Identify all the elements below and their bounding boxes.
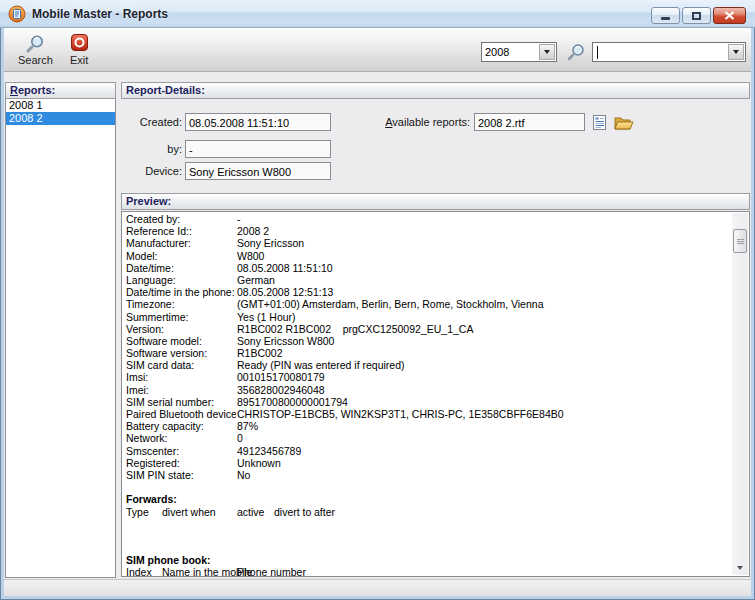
preview-row-value: 0 xyxy=(237,432,245,444)
preview-row-value: Yes (1 Hour) xyxy=(237,311,298,323)
search-icon xyxy=(25,34,45,54)
preview-row-label: Date/time in the phone: xyxy=(126,286,235,298)
preview-row: Imei:356828002946048 xyxy=(122,384,732,396)
preview-column-header: after xyxy=(314,506,335,518)
close-button[interactable] xyxy=(713,7,746,24)
preview-row: Date/time in the phone:08.05.2008 12:51:… xyxy=(122,286,732,298)
status-bar xyxy=(4,579,751,596)
year-combo-value: 2008 xyxy=(485,44,538,60)
preview-row-label: Created by: xyxy=(126,213,180,225)
maximize-button[interactable] xyxy=(682,7,711,24)
preview-row: Version:R1BC002 R1BC002 prgCXC1250092_EU… xyxy=(122,323,732,335)
preview-row-label: Battery capacity: xyxy=(126,420,204,432)
window-title: Mobile Master - Reports xyxy=(32,7,168,21)
preview-row-label: Timezone: xyxy=(126,298,175,310)
window-controls xyxy=(651,7,746,24)
preview-column-header-row: IndexName in the mobilePhone number xyxy=(122,566,732,576)
preview-row-value: CHRISTOP-E1BCB5, WIN2KSP3T1, CHRIS-PC, 1… xyxy=(237,408,566,420)
preview-column-header: Type xyxy=(126,506,149,518)
preview-row-label: Network: xyxy=(126,432,167,444)
available-label-text: vailable reports: xyxy=(392,116,470,128)
year-combobox[interactable]: 2008 xyxy=(481,42,557,62)
preview-row: Summertime:Yes (1 Hour) xyxy=(122,311,732,323)
preview-row-label: Software model: xyxy=(126,335,202,347)
created-field[interactable]: 08.05.2008 11:51:10 xyxy=(185,113,331,131)
search-button[interactable]: Search xyxy=(12,31,59,69)
preview-section-title: SIM phone book: xyxy=(122,554,732,566)
preview-row-value: Ready (PIN was entered if required) xyxy=(237,359,407,371)
preview-row: Smscenter:49123456789 xyxy=(122,445,732,457)
preview-row: SIM PIN state:No xyxy=(122,469,732,481)
preview-row: Software version:R1BC002 xyxy=(122,347,732,359)
exit-button[interactable]: Exit xyxy=(64,31,94,69)
preview-row xyxy=(122,542,732,554)
preview-row: Network:0 xyxy=(122,432,732,444)
preview-row-value: 08.05.2008 11:51:10 xyxy=(237,262,335,274)
preview-row-value: (GMT+01:00) Amsterdam, Berlin, Bern, Rom… xyxy=(237,298,545,310)
device-label: Device: xyxy=(102,162,182,180)
scroll-up-button[interactable] xyxy=(732,213,748,228)
preview-row: Imsi:001015170080179 xyxy=(122,371,732,383)
maximize-icon xyxy=(692,12,701,20)
scroll-down-button[interactable] xyxy=(732,560,748,575)
preview-row-label: Paired Bluetooth devices: xyxy=(126,408,236,420)
report-list-item[interactable]: 2008 1 xyxy=(6,99,115,112)
year-combo-dropdown-button[interactable] xyxy=(539,44,555,60)
preview-row-label: Reference Id:: xyxy=(126,225,192,237)
preview-section-title: Forwards: xyxy=(122,493,732,505)
device-field[interactable]: Sony Ericsson W800 xyxy=(185,162,331,180)
scrollbar-thumb[interactable] xyxy=(733,229,747,253)
reports-list[interactable]: 2008 12008 2 xyxy=(5,99,116,578)
preview-row-label: SIM serial number: xyxy=(126,396,214,408)
preview-row-label: Summertime: xyxy=(126,311,188,323)
by-field[interactable]: - xyxy=(185,140,331,158)
preview-row: Reference Id::2008 2 xyxy=(122,225,732,237)
preview-row-label: Imei: xyxy=(126,384,149,396)
preview-row: Registered:Unknown xyxy=(122,457,732,469)
preview-row-label: Date/time: xyxy=(126,262,174,274)
preview-row: SIM serial number:8951700800000001794 xyxy=(122,396,732,408)
available-reports-field[interactable]: 2008 2.rtf xyxy=(474,113,585,131)
exit-icon xyxy=(71,34,88,51)
preview-row-label: SIM phone book: xyxy=(126,554,211,566)
open-folder-icon xyxy=(613,115,634,131)
vertical-scrollbar[interactable] xyxy=(732,213,748,575)
toolbar: Search Exit 2008 xyxy=(4,28,751,72)
preview-row xyxy=(122,530,732,542)
preview-row xyxy=(122,518,732,530)
preview-row: Battery capacity:87% xyxy=(122,420,732,432)
filter-combo-dropdown-button[interactable] xyxy=(728,44,744,60)
preview-row-label: Imsi: xyxy=(126,371,148,383)
preview-row-label: Version: xyxy=(126,323,164,335)
preview-row-value: German xyxy=(237,274,277,286)
preview-row-value: No xyxy=(237,469,252,481)
filter-combobox[interactable] xyxy=(592,42,746,62)
thumb-grip xyxy=(737,239,744,240)
preview-column-header: Phone number xyxy=(237,566,306,576)
filter-combo-value xyxy=(596,44,727,60)
app-window: Mobile Master - Reports Search xyxy=(0,0,755,600)
search-label: Search xyxy=(18,55,53,66)
preview-row-value: - xyxy=(237,213,243,225)
preview-text: Created by:-Reference Id::2008 2Manufact… xyxy=(122,213,732,576)
preview-row: Timezone:(GMT+01:00) Amsterdam, Berlin, … xyxy=(122,298,732,310)
filter-search-icon xyxy=(566,43,586,61)
preview-row-value: Unknown xyxy=(237,457,283,469)
reports-panel-header: Reports: xyxy=(5,82,116,99)
preview-row: Model:W800 xyxy=(122,250,732,262)
preview-row-label: Smscenter: xyxy=(126,445,179,457)
triangle-down-icon xyxy=(737,566,743,570)
preview-row-label: Forwards: xyxy=(126,493,177,505)
preview-row-label: Model: xyxy=(126,250,158,262)
preview-row-value: Sony Ericsson xyxy=(237,237,306,249)
minimize-icon xyxy=(661,17,670,20)
minimize-button[interactable] xyxy=(651,7,680,24)
preview-row-value: Sony Ericsson W800 xyxy=(237,335,336,347)
report-list-item[interactable]: 2008 2 xyxy=(6,112,115,125)
titlebar[interactable]: Mobile Master - Reports xyxy=(0,0,755,28)
preview-row-label: Manufacturer: xyxy=(126,237,191,249)
view-report-button[interactable] xyxy=(588,112,610,132)
preview-column-header: divert to xyxy=(274,506,311,518)
preview-column-header: active xyxy=(237,506,264,518)
open-report-button[interactable] xyxy=(612,113,634,133)
